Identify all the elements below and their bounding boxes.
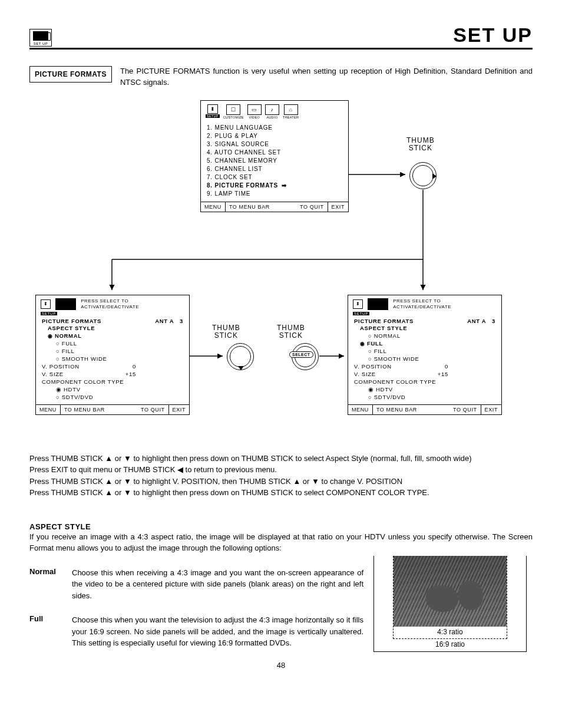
opt-normal: NORMAL	[42, 332, 183, 340]
arrow-right-icon: ➡	[282, 182, 287, 189]
vpos-value: 0	[107, 363, 136, 370]
main-menu: ⬍SETUP ☐CUSTOMIZE ▭VIDEO ♪AUDIO ⌂THEATER…	[200, 100, 349, 212]
instruction-line: Press THUMB STICK ▲ or ▼ to highlight th…	[29, 487, 533, 499]
vsize-label: V. SIZE	[354, 371, 419, 377]
color-sdtv: SDTV/DVD	[354, 393, 495, 401]
vsize-value: +15	[107, 371, 136, 377]
instruction-line: Press THUMB STICK ▲ or ▼ to highlight V.…	[29, 476, 533, 487]
foot-menubar: TO MENU BAR	[60, 405, 108, 414]
menu-item-selected: 8. PICTURE FORMATS➡	[207, 182, 342, 190]
color-hdtv: HDTV	[42, 386, 183, 393]
section-tag: PICTURE FORMATS	[29, 66, 112, 83]
def-desc-normal: Choose this when receiving a 4:3 image a…	[72, 567, 363, 602]
foot-menubar: TO MENU BAR	[372, 405, 421, 414]
menu-item: 6. CHANNEL LIST	[207, 165, 342, 173]
color-type-label: COMPONENT COLOR TYPE	[354, 378, 495, 386]
tv-icon	[368, 298, 388, 310]
thumb-label: THUMBSTICK	[212, 324, 240, 340]
foot-menu: MENU	[36, 405, 60, 414]
page-title: SET UP	[453, 24, 533, 47]
sub-menu-a: ⬍ PRESS SELECT TO ACTIVATE/DEACTIVATE SE…	[35, 295, 190, 415]
sub-hint: PRESS SELECT TO ACTIVATE/DEACTIVATE	[81, 298, 184, 309]
menu-item: 1. MENU LANGUAGE	[207, 124, 342, 132]
aspect-style-label: ASPECT STYLE	[42, 324, 183, 332]
opt-full: FULL	[354, 340, 495, 347]
sub-title: PICTURE FORMATS	[42, 318, 101, 324]
instruction-line: Press THUMB STICK ▲ or ▼ to highlight th…	[29, 453, 533, 465]
main-menu-icons: ⬍SETUP ☐CUSTOMIZE ▭VIDEO ♪AUDIO ⌂THEATER	[201, 101, 348, 121]
main-menu-foot: MENU TO MENU BAR TO QUIT EXIT	[201, 202, 348, 212]
opt-smooth: SMOOTH WIDE	[42, 355, 183, 363]
ratio-image	[394, 556, 507, 627]
foot-quit: TO QUIT	[296, 202, 328, 212]
icon-video: ▭VIDEO	[247, 104, 262, 119]
foot-menu: MENU	[348, 405, 372, 414]
menu-item: 5. CHANNEL MEMORY	[207, 157, 342, 165]
thumbstick-icon	[409, 162, 437, 189]
menu-item: 2. PLUG & PLAY	[207, 132, 342, 140]
opt-fill: FILL	[354, 347, 495, 355]
foot-exit: EXIT	[328, 202, 348, 212]
opt-full: FULL	[42, 340, 183, 347]
opt-fill: FILL	[42, 347, 183, 355]
menu-item: 3. SIGNAL SOURCE	[207, 140, 342, 149]
menu-item: 7. CLOCK SET	[207, 173, 342, 182]
instructions: Press THUMB STICK ▲ or ▼ to highlight th…	[29, 453, 533, 499]
setup-pill: SETUP	[41, 312, 57, 315]
tv-icon	[55, 298, 76, 310]
opt-normal: NORMAL	[354, 332, 495, 340]
vpos-label: V. POSITION	[42, 363, 107, 370]
foot-quit: TO QUIT	[137, 405, 168, 414]
instruction-line: Press EXIT to quit menu or THUMB STICK ◀…	[29, 464, 533, 476]
sub-hint: PRESS SELECT TO ACTIVATE/DEACTIVATE	[393, 298, 497, 309]
thumbstick-icon	[227, 343, 254, 370]
thumb-label: THUMBSTICK	[406, 137, 435, 152]
page-number: 48	[29, 661, 533, 670]
foot-exit: EXIT	[481, 405, 501, 414]
nav-icon: ⬍	[353, 299, 363, 309]
def-desc-full: Choose this when you want the television…	[72, 614, 363, 649]
foot-exit: EXIT	[168, 405, 189, 414]
icon-customize: ☐CUSTOMIZE	[223, 104, 244, 119]
aspect-style-label: ASPECT STYLE	[354, 324, 495, 332]
ratio-figure: 4:3 ratio 16:9 ratio	[373, 556, 527, 652]
select-badge: SELECT	[289, 351, 313, 358]
color-sdtv: SDTV/DVD	[42, 393, 183, 401]
sub-menu-b: ⬍ PRESS SELECT TO ACTIVATE/DEACTIVATE SE…	[348, 295, 502, 415]
setup-pill: SETUP	[353, 312, 369, 315]
vpos-value: 0	[419, 363, 448, 370]
foot-menu: MENU	[201, 202, 225, 212]
vsize-label: V. SIZE	[42, 371, 107, 377]
def-term-full: Full	[29, 614, 65, 623]
nav-icon: ⬍	[41, 299, 51, 309]
menu-item: 4. AUTO CHANNEL SET	[207, 149, 342, 157]
sub-title: PICTURE FORMATS	[354, 318, 414, 324]
ratio-16-9-label: 16:9 ratio	[374, 639, 526, 650]
icon-theater: ⌂THEATER	[283, 104, 299, 119]
foot-menubar: TO MENU BAR	[225, 202, 273, 212]
diagram: ⬍SETUP ☐CUSTOMIZE ▭VIDEO ♪AUDIO ⌂THEATER…	[29, 100, 533, 442]
vpos-label: V. POSITION	[354, 363, 419, 370]
def-term-normal: Normal	[29, 567, 65, 576]
main-menu-body: 1. MENU LANGUAGE 2. PLUG & PLAY 3. SIGNA…	[201, 121, 348, 202]
icon-audio: ♪AUDIO	[265, 104, 279, 119]
icon-setup: ⬍SETUP	[206, 104, 220, 119]
intro-text: The PICTURE FORMATS function is very use…	[120, 66, 533, 88]
ratio-4-3-label: 4:3 ratio	[394, 627, 507, 637]
thumb-label: THUMBSTICK	[277, 324, 305, 340]
color-hdtv: HDTV	[354, 386, 495, 393]
color-type-label: COMPONENT COLOR TYPE	[42, 378, 183, 386]
opt-smooth: SMOOTH WIDE	[354, 355, 495, 363]
setup-icon: SET UP	[29, 29, 52, 47]
vsize-value: +15	[419, 371, 448, 377]
foot-quit: TO QUIT	[449, 405, 481, 414]
menu-item: 9. LAMP TIME	[207, 190, 342, 198]
aspect-heading: ASPECT STYLE	[29, 522, 533, 531]
setup-icon-label: SET UP	[34, 42, 48, 45]
aspect-intro: If you receive an image with a 4:3 aspec…	[29, 531, 533, 554]
foot-spacer	[273, 202, 296, 212]
